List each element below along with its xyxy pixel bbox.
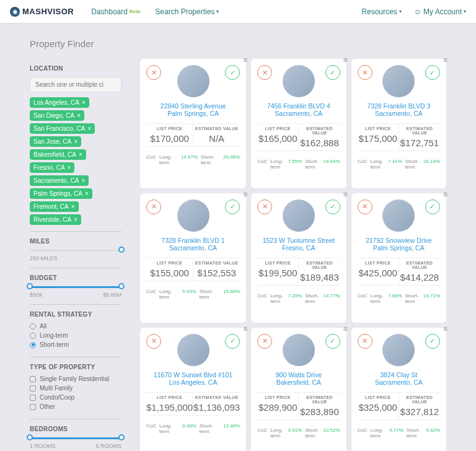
property-address[interactable]: 1523 W Tuolumne Street Fresno, CA [257,237,340,252]
type-option[interactable]: Condo/Coop [30,394,121,401]
property-thumbnail[interactable] [382,334,415,366]
location-chip[interactable]: San Jose, CA× [30,136,81,147]
coc-label: CoC [257,159,267,170]
budget-min: $50K [30,292,43,298]
property-thumbnail[interactable] [382,199,415,232]
menu-icon[interactable]: ≡ [343,191,348,198]
bedrooms-section: BEDROOMS 1 ROOMS 5 ROOMS [30,419,121,451]
close-icon[interactable]: × [74,216,77,223]
close-icon[interactable]: × [74,138,77,145]
type-option[interactable]: Multi Family [30,385,121,392]
property-thumbnail[interactable] [177,334,209,366]
short-term-value: 14.77% [323,293,340,304]
est-value-label: ESTIMATED VALUE [299,261,340,269]
close-icon[interactable]: × [81,177,85,184]
reject-button[interactable]: ✕ [146,334,161,349]
checkbox-icon [30,404,36,410]
menu-icon[interactable]: ≡ [243,191,247,198]
rental-option[interactable]: All [30,323,121,330]
type-option[interactable]: Single Family Residential [30,375,121,382]
accept-button[interactable]: ✓ [225,334,240,349]
miles-slider[interactable] [30,250,121,252]
menu-icon[interactable]: ≡ [343,56,348,64]
menu-icon[interactable]: ≡ [343,325,348,333]
accept-button[interactable]: ✓ [225,199,240,214]
property-address[interactable]: 7328 Franklin BLVD 3 Sacramento, CA [358,102,440,117]
close-icon[interactable]: × [77,112,81,119]
menu-icon[interactable]: ≡ [443,325,447,333]
logo[interactable]: ◉ MASHVISOR [10,7,74,17]
bedrooms-slider[interactable] [30,437,121,439]
list-price-value: $325,000 [358,402,399,413]
short-term-label: Short-term [407,427,423,439]
location-chip[interactable]: San Diego, CA× [30,110,84,121]
close-icon[interactable]: × [82,99,86,106]
rental-option[interactable]: Long-term [30,332,121,339]
reject-button[interactable]: ✕ [358,65,372,80]
location-chip[interactable]: Fremont, CA× [30,201,79,212]
reject-button[interactable]: ✕ [257,199,272,214]
close-icon[interactable]: × [87,125,91,132]
est-value: $189,483 [299,272,340,282]
property-thumbnail[interactable] [283,65,315,97]
property-address[interactable]: 7328 Franklin BLVD 1 Sacramento, CA [146,237,240,252]
location-chip[interactable]: Fresno, CA× [30,162,74,173]
property-address[interactable]: 21792 Snowview Drive Palm Springs, CA [358,237,440,252]
close-icon[interactable]: × [68,164,71,171]
reject-button[interactable]: ✕ [358,334,372,349]
budget-slider[interactable] [30,286,121,288]
close-icon[interactable]: × [85,190,89,197]
location-chip[interactable]: San Francisco, CA× [30,123,95,134]
est-value-label: ESTIMATED VALUE [399,261,440,269]
radio-icon [30,323,36,330]
accept-button[interactable]: ✓ [325,65,340,80]
location-chip[interactable]: Riverside, CA× [30,214,81,225]
menu-icon[interactable]: ≡ [443,56,447,64]
rental-option[interactable]: Short-term [30,341,121,348]
budget-max: $5.00M [103,292,121,298]
accept-button[interactable]: ✓ [425,65,440,80]
nav-dashboard-label: Dashboard [91,7,128,16]
property-thumbnail[interactable] [382,65,415,97]
chip-label: Riverside, CA [33,216,71,223]
location-search-input[interactable] [30,77,121,92]
property-thumbnail[interactable] [177,199,209,232]
nav-search-properties[interactable]: Search Properties▾ [155,7,219,16]
reject-button[interactable]: ✕ [257,334,272,349]
nav-dashboard[interactable]: DashboardBeta [91,7,140,16]
close-icon[interactable]: × [71,203,75,210]
location-chip[interactable]: Bakersfield, CA× [30,149,86,160]
accept-button[interactable]: ✓ [425,199,440,214]
menu-icon[interactable]: ≡ [243,56,247,64]
nav-account[interactable]: ☺My Account▾ [414,7,466,16]
property-address[interactable]: 11670 W Sunset Blvd #101 Los Angeles, CA [146,371,240,386]
location-chip[interactable]: Sacramento, CA× [30,175,89,186]
address-line-2: Sacramento, CA [358,379,440,386]
property-thumbnail[interactable] [177,65,209,97]
reject-button[interactable]: ✕ [146,199,161,214]
accept-button[interactable]: ✓ [325,199,340,214]
close-icon[interactable]: × [79,151,82,158]
menu-icon[interactable]: ≡ [243,325,247,333]
property-address[interactable]: 900 Watts Drive Bakersfield, CA [257,371,340,386]
accept-button[interactable]: ✓ [225,65,240,80]
property-address[interactable]: 22840 Sterling Avenue Palm Springs, CA [146,102,240,117]
coc-label: CoC [146,423,156,434]
property-thumbnail[interactable] [283,334,315,366]
property-address[interactable]: 7456 Franklin BLVD 4 Sacramento, CA [257,102,340,117]
type-option[interactable]: Other [30,403,121,410]
miles-label: MILES [30,238,121,245]
reject-button[interactable]: ✕ [257,65,272,80]
reject-button[interactable]: ✕ [358,199,372,214]
nav-resources[interactable]: Resources▾ [361,7,401,16]
price-row: LIST PRICE $199,500 ESTIMATED VALUE $189… [257,258,340,286]
property-address[interactable]: 3824 Clay St Sacramento, CA [358,371,440,386]
menu-icon[interactable]: ≡ [443,191,447,198]
property-thumbnail[interactable] [283,199,315,232]
accept-button[interactable]: ✓ [425,334,440,349]
address-line-2: Palm Springs, CA [358,244,440,252]
accept-button[interactable]: ✓ [325,334,340,349]
reject-button[interactable]: ✕ [146,65,161,80]
location-chip[interactable]: Los Angeles, CA× [30,97,89,108]
location-chip[interactable]: Palm Springs, CA× [30,188,92,199]
